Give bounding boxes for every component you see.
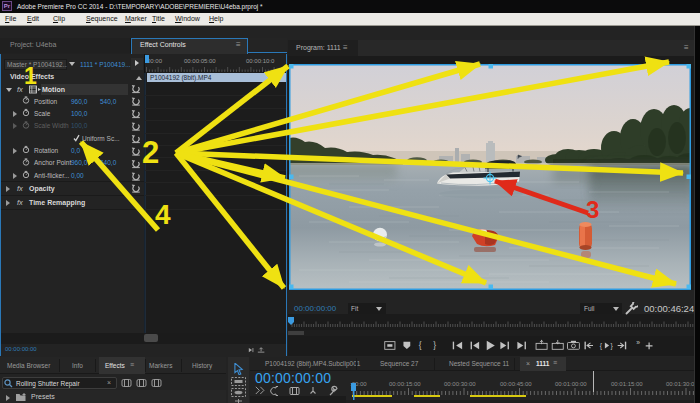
svg-text:2: 2	[142, 135, 159, 170]
svg-text:3: 3	[586, 196, 599, 223]
svg-text:4: 4	[155, 199, 171, 230]
svg-text:1: 1	[24, 63, 37, 89]
